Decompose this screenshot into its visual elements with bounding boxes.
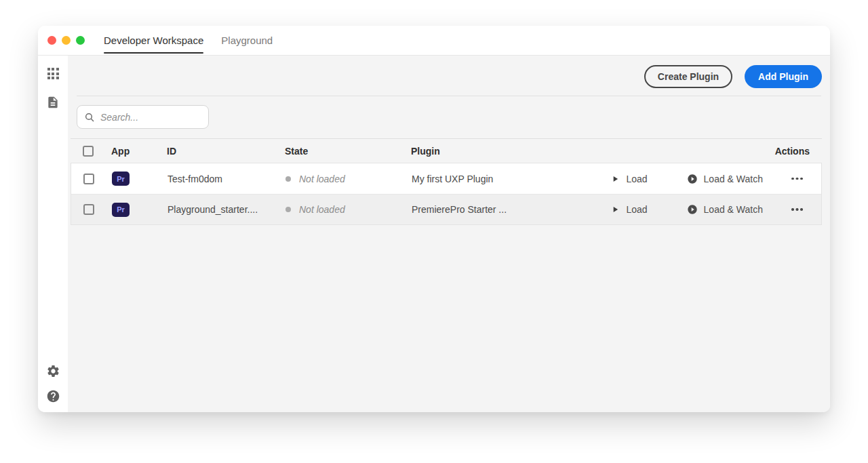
load-watch-button[interactable]: Load & Watch (687, 204, 763, 215)
help-icon[interactable] (46, 389, 60, 403)
play-circle-icon (687, 174, 698, 184)
plugin-id: Test-fm0dom (167, 174, 285, 184)
zoom-window-icon[interactable] (76, 36, 85, 45)
tab-label: Developer Workspace (104, 35, 203, 46)
app-window: Developer Workspace Playground (38, 26, 830, 412)
header-state: State (285, 146, 411, 157)
load-button[interactable]: Load (610, 174, 647, 184)
active-tab-underline (104, 52, 203, 54)
toolbar-divider (77, 96, 821, 96)
search-input[interactable] (100, 112, 201, 123)
search-icon (84, 112, 95, 123)
apps-grid-icon[interactable] (47, 68, 59, 79)
header-actions: Actions (571, 146, 822, 157)
create-plugin-button[interactable]: Create Plugin (644, 65, 732, 88)
document-icon[interactable] (46, 96, 60, 109)
search-box (77, 105, 209, 129)
table-body: Pr Test-fm0dom Not loaded My first UXP P… (71, 163, 822, 225)
plugin-id: Playground_starter.... (167, 204, 285, 215)
plugins-table: App ID State Plugin Actions Pr Test-fm0d… (71, 138, 822, 225)
premiere-pro-app-icon: Pr (112, 203, 130, 217)
plugin-name: PremierePro Starter ... (412, 204, 572, 215)
header-id: ID (167, 146, 285, 157)
more-dots-icon (791, 208, 794, 211)
load-label: Load (626, 204, 647, 215)
select-row-checkbox[interactable] (83, 174, 94, 184)
table-row: Pr Test-fm0dom Not loaded My first UXP P… (71, 163, 821, 194)
plugin-state: Not loaded (299, 174, 345, 184)
sidebar (38, 56, 68, 412)
tab-playground[interactable]: Playground (221, 26, 273, 55)
header-app: App (111, 146, 167, 157)
main-content: Create Plugin Add Plugin App (68, 56, 830, 412)
toolbar: Create Plugin Add Plugin (68, 56, 830, 88)
plugin-state: Not loaded (299, 204, 345, 215)
workspace-tabs: Developer Workspace Playground (104, 26, 273, 55)
more-actions-button[interactable] (791, 203, 804, 216)
tab-developer-workspace[interactable]: Developer Workspace (104, 26, 203, 55)
tab-bar: Developer Workspace Playground (38, 26, 830, 56)
state-dot-icon (285, 176, 291, 182)
play-circle-icon (687, 204, 698, 215)
minimize-window-icon[interactable] (62, 36, 71, 45)
state-dot-icon (285, 207, 291, 212)
header-plugin: Plugin (411, 146, 571, 157)
select-all-checkbox[interactable] (83, 146, 94, 157)
load-watch-button[interactable]: Load & Watch (687, 174, 763, 184)
plugin-name: My first UXP Plugin (412, 174, 572, 184)
play-icon (610, 174, 620, 184)
close-window-icon[interactable] (47, 36, 56, 45)
gear-icon[interactable] (46, 364, 60, 378)
select-row-checkbox[interactable] (83, 204, 94, 215)
play-icon (610, 205, 620, 214)
more-actions-button[interactable] (791, 173, 804, 185)
table-header-row: App ID State Plugin Actions (71, 138, 822, 163)
add-plugin-button[interactable]: Add Plugin (745, 65, 822, 88)
premiere-pro-app-icon: Pr (112, 172, 130, 186)
table-row: Pr Playground_starter.... Not loaded Pre… (71, 194, 821, 224)
traffic-lights (38, 26, 104, 55)
load-button[interactable]: Load (610, 204, 647, 215)
load-watch-label: Load & Watch (704, 204, 763, 215)
load-watch-label: Load & Watch (704, 174, 763, 184)
load-label: Load (626, 174, 647, 184)
tab-label: Playground (221, 35, 273, 46)
more-dots-icon (791, 178, 794, 180)
